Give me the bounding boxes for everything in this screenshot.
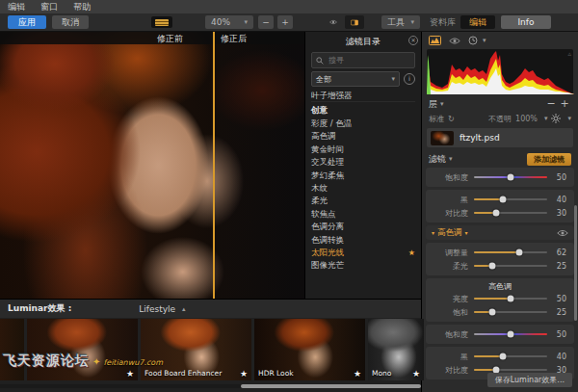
reset-icon[interactable]: ↻ [448, 115, 455, 123]
slider-knob[interactable] [489, 263, 496, 270]
menu-window[interactable]: 窗口 [40, 1, 58, 13]
look-thumbnail-hdr[interactable]: HDR Look ★ [254, 319, 365, 380]
gear-icon[interactable] [551, 114, 561, 123]
filter-item[interactable]: 黄金时间 [311, 144, 415, 156]
look-thumbnail[interactable]: ★ [27, 319, 138, 380]
slider-knob[interactable] [508, 331, 514, 338]
filter-item[interactable]: 梦幻柔焦 [311, 170, 415, 182]
slider-knob[interactable] [492, 210, 499, 217]
favorite-star-icon[interactable]: ★ [408, 247, 415, 259]
history-dropdown[interactable]: ▾ [468, 36, 486, 45]
looks-scrollbar-track[interactable] [0, 384, 421, 388]
filter-item[interactable]: 色调分离 [311, 221, 415, 233]
filter-card-saturation-2: 饱和度 50 [426, 325, 574, 344]
cancel-button[interactable]: 取消 [52, 15, 89, 29]
look-thumbnail[interactable] [0, 319, 24, 380]
look-thumbnail-food[interactable]: Food Board Enhancer ★ [141, 319, 251, 380]
filter-item[interactable]: 高色调 [311, 130, 415, 143]
favorite-star-icon[interactable]: ★ [240, 369, 248, 379]
contrast-slider-2[interactable] [474, 369, 547, 371]
tab-edit[interactable]: 编辑 [460, 15, 495, 29]
zoom-out-button[interactable]: − [258, 15, 274, 29]
histogram-toggle-icon[interactable] [429, 36, 441, 45]
slider-knob[interactable] [500, 196, 507, 203]
filter-search-box[interactable] [311, 52, 415, 68]
zoom-level-value: 40% [211, 17, 230, 27]
filter-item[interactable]: 木纹 [311, 182, 415, 195]
filter-item[interactable]: 软焦点 [311, 208, 415, 221]
panel-scrollbar[interactable] [574, 205, 577, 321]
close-icon[interactable]: ✕ [408, 36, 418, 45]
history-clock-icon [468, 36, 478, 45]
filter-search-input[interactable] [327, 55, 410, 65]
filter-visibility-eye-icon[interactable] [557, 229, 568, 237]
filter-catalog-title: 滤镜目录 [346, 36, 381, 48]
blend-mode-dropdown[interactable]: 标准 [429, 114, 444, 124]
filter-category-dropdown[interactable]: 全部 ▾ [311, 71, 400, 87]
save-luminar-look-button[interactable]: 保存Luminar效果... [487, 373, 572, 387]
tab-info[interactable]: Info [501, 15, 551, 29]
opacity-value-dropdown[interactable]: 100% [515, 115, 538, 123]
add-layer-button[interactable]: + [558, 98, 571, 110]
eye-icon[interactable] [449, 37, 460, 45]
histogram: ▵ [427, 49, 573, 94]
layer-thumbnail [431, 131, 454, 145]
glow-slider[interactable] [474, 265, 547, 267]
chevron-down-icon: ▾ [567, 115, 571, 122]
apply-button[interactable]: 应用 [8, 15, 46, 29]
compare-button[interactable] [345, 15, 364, 29]
looks-thumbnails: ★ Food Board Enhancer ★ HDR Look ★ Mono … [0, 319, 421, 380]
photo-canvas[interactable]: 修正前 修正后 [0, 32, 304, 299]
filter-item[interactable]: 交叉处理 [311, 156, 415, 169]
slider-knob[interactable] [516, 249, 523, 256]
filter-card-highkey-sub: 高色调 亮度 50 饱和 25 [426, 278, 574, 322]
filter-item-sunrays[interactable]: 太阳光线 ★ [311, 247, 415, 259]
blacks-slider[interactable] [474, 198, 547, 200]
amount-slider[interactable] [474, 251, 547, 253]
slider-row: 饱和度 50 [426, 170, 574, 184]
saturation-slider[interactable] [474, 176, 547, 178]
menu-edit[interactable]: 编辑 [8, 1, 25, 13]
saturation-sub-slider[interactable] [474, 311, 547, 313]
looks-category-dropdown[interactable]: Lifestyle ▴ [139, 304, 185, 314]
favorite-star-icon[interactable]: ★ [126, 369, 134, 379]
zoom-in-button[interactable]: + [277, 15, 293, 29]
remove-layer-button[interactable]: − [544, 98, 558, 110]
looks-scrollbar-thumb[interactable] [241, 384, 421, 388]
compare-divider-handle[interactable] [213, 32, 215, 299]
luminar-window: 编辑 窗口 帮助 应用 取消 40% ▾ − + 工具 ▾ [0, 0, 578, 392]
tab-library[interactable]: 资料库 [424, 15, 461, 29]
slider-knob[interactable] [508, 296, 514, 302]
favorite-star-icon[interactable]: ★ [412, 369, 420, 379]
filter-item[interactable]: 彩度 / 色温 [311, 118, 415, 130]
contrast-slider[interactable] [474, 212, 547, 214]
preview-eye-button[interactable] [324, 15, 343, 29]
blacks-slider-2[interactable] [474, 355, 547, 357]
slider-knob[interactable] [500, 353, 507, 360]
zoom-level-dropdown[interactable]: 40% ▾ [205, 15, 253, 29]
filter-section-header: 创意 [311, 105, 415, 117]
filter-item[interactable]: 柔光 [311, 195, 415, 207]
saturation-slider-2[interactable] [474, 333, 547, 335]
layer-name: ftzylt.psd [460, 133, 500, 143]
favorite-star-icon[interactable]: ★ [354, 369, 361, 379]
filter-list: 彩度 / 色温 高色调 黄金时间 交叉处理 梦幻柔焦 木纹 柔光 软焦点 色调分… [305, 118, 421, 273]
info-icon[interactable]: i [404, 73, 415, 85]
clipping-warning-icon[interactable]: ▵ [567, 50, 571, 58]
layer-row[interactable]: ftzylt.psd [427, 128, 573, 147]
highkey-section-header[interactable]: ▾ 高色调 ▾ [426, 225, 574, 240]
chevron-down-icon[interactable]: ▾ [449, 155, 453, 163]
layers-label: 层 [429, 98, 437, 111]
brightness-slider[interactable] [474, 298, 547, 300]
filter-item-foliage[interactable]: 叶子增强器 [311, 90, 415, 102]
filter-item[interactable]: 图像光芒 [311, 259, 415, 272]
add-filters-button[interactable]: 添加滤镜 [527, 153, 571, 166]
look-thumbnail-mono[interactable]: Mono ★ [368, 319, 424, 380]
filter-item[interactable]: 色调转换 [311, 234, 415, 247]
tools-dropdown[interactable]: 工具 ▾ [381, 15, 420, 29]
chevron-down-icon[interactable]: ▾ [440, 100, 444, 108]
filter-category-value: 全部 [316, 74, 331, 85]
slider-knob[interactable] [489, 309, 496, 316]
slider-knob[interactable] [508, 174, 514, 181]
menu-help[interactable]: 帮助 [73, 1, 91, 13]
